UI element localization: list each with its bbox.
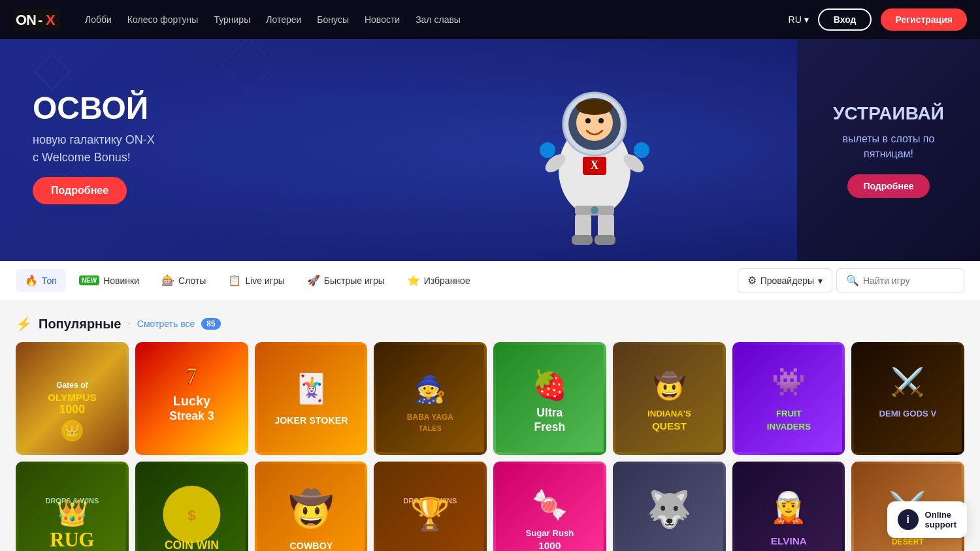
register-button[interactable]: Регистрация bbox=[881, 8, 967, 31]
svg-text:X: X bbox=[591, 159, 599, 172]
online-support-widget[interactable]: i Online support bbox=[887, 501, 967, 538]
svg-text:COIN WIN: COIN WIN bbox=[165, 538, 219, 551]
filter-new[interactable]: NEW Новинки bbox=[70, 270, 148, 291]
svg-rect-49 bbox=[735, 345, 843, 452]
game-card-coin[interactable]: $ COIN WIN bbox=[135, 462, 248, 551]
game-card-drops1[interactable]: DROPS & WINS 👑 RUG bbox=[16, 462, 129, 551]
rocket-icon: 🚀 bbox=[307, 274, 320, 287]
fire-icon: 🔥 bbox=[25, 274, 38, 287]
svg-text:Fresh: Fresh bbox=[534, 420, 565, 433]
nav-lobby[interactable]: Лобби bbox=[85, 14, 112, 25]
support-info-icon: i bbox=[898, 509, 919, 530]
game-card-drops2[interactable]: DROPS & WINS 🏆 bbox=[374, 462, 487, 551]
providers-dropdown[interactable]: ⚙ Провайдеры ▾ bbox=[738, 268, 832, 292]
game-card-sugar[interactable]: 🍬 Sugar Rush 1000 bbox=[493, 462, 606, 551]
game-card-fruit[interactable]: 👾 FRUIT INVADERS bbox=[732, 342, 845, 455]
svg-text:🧝: 🧝 bbox=[770, 490, 808, 526]
star-icon: ⭐ bbox=[407, 274, 420, 287]
svg-text:COWBOY: COWBOY bbox=[289, 540, 333, 550]
header-right: RU ▾ Вход Регистрация bbox=[789, 8, 967, 31]
hero-banner: 7% 10% 20% 5% ОСВОЙ новую галактику ON-X… bbox=[0, 39, 980, 261]
svg-text:ELVINA: ELVINA bbox=[770, 535, 806, 546]
hero-right-title: УСТРАИВАЙ bbox=[833, 102, 944, 125]
game-card-olympus[interactable]: Gates of OLYMPUS 1000 👑 bbox=[16, 342, 129, 455]
svg-text:X: X bbox=[46, 12, 56, 28]
game-card-lucky[interactable]: 7 Lucky Streak 3 bbox=[135, 342, 248, 455]
filter-live-label: Live игры bbox=[245, 276, 284, 286]
svg-rect-53 bbox=[854, 345, 962, 452]
svg-text:DEMI GODS V: DEMI GODS V bbox=[879, 409, 937, 418]
game-card-elvina[interactable]: 🧝 ELVINA bbox=[732, 462, 845, 551]
game-card-demi[interactable]: ⚔️ DEMI GODS V bbox=[851, 342, 964, 455]
nav-lotteries[interactable]: Лотереи bbox=[266, 14, 301, 25]
svg-text:INDIANA'S: INDIANA'S bbox=[647, 409, 691, 418]
svg-text:1000: 1000 bbox=[59, 403, 85, 416]
svg-text:👑: 👑 bbox=[65, 423, 79, 437]
nav-tournaments[interactable]: Турниры bbox=[214, 14, 250, 25]
svg-text:🤠: 🤠 bbox=[653, 371, 686, 401]
providers-icon: ⚙ bbox=[747, 274, 757, 287]
game-search-box[interactable]: 🔍 bbox=[836, 268, 964, 292]
search-input[interactable] bbox=[863, 276, 955, 286]
nav-news[interactable]: Новости bbox=[365, 14, 400, 25]
section-count-badge: 85 bbox=[201, 318, 220, 330]
filter-bar: 🔥 Топ NEW Новинки 🎰 Слоты 📋 Live игры 🚀 … bbox=[0, 261, 980, 300]
search-icon: 🔍 bbox=[846, 274, 859, 287]
popular-section: ⚡ Популярные · Смотреть все 85 bbox=[16, 316, 964, 551]
filter-top[interactable]: 🔥 Топ bbox=[16, 269, 66, 292]
hero-main-panel: ОСВОЙ новую галактику ON-X с Welcome Bon… bbox=[0, 39, 797, 261]
game-card-baba[interactable]: 🧙 BABA YAGA TALES bbox=[374, 342, 487, 455]
svg-text:Ultra: Ultra bbox=[536, 406, 563, 419]
support-label: Online support bbox=[925, 510, 956, 529]
filter-favorites[interactable]: ⭐ Избранное bbox=[398, 269, 480, 292]
svg-text:🧙: 🧙 bbox=[414, 374, 447, 405]
svg-text:OLYMPUS: OLYMPUS bbox=[48, 392, 97, 403]
filter-quick-label: Быстрые игры bbox=[324, 276, 385, 286]
svg-point-9 bbox=[585, 118, 591, 123]
login-button[interactable]: Вход bbox=[818, 8, 872, 31]
svg-point-23 bbox=[591, 206, 598, 214]
filter-slots[interactable]: 🎰 Слоты bbox=[152, 269, 215, 292]
game-card-wolf[interactable]: 🐺 bbox=[613, 462, 726, 551]
games-grid-row2: DROPS & WINS 👑 RUG $ COIN WIN bbox=[16, 462, 964, 551]
main-nav: Лобби Колесо фортуны Турниры Лотереи Бон… bbox=[85, 14, 769, 25]
svg-text:INVADERS: INVADERS bbox=[766, 422, 810, 432]
game-card-indiana[interactable]: 🤠 INDIANA'S QUEST bbox=[613, 342, 726, 455]
filter-favorites-label: Избранное bbox=[424, 276, 470, 286]
filter-live[interactable]: 📋 Live игры bbox=[219, 269, 293, 292]
svg-text:🍬: 🍬 bbox=[532, 488, 568, 522]
svg-point-10 bbox=[598, 118, 604, 123]
hero-title: ОСВОЙ bbox=[33, 91, 155, 126]
filter-new-label: Новинки bbox=[103, 276, 139, 286]
svg-text:1000: 1000 bbox=[538, 539, 561, 550]
providers-chevron-icon: ▾ bbox=[818, 276, 823, 286]
hero-right-more-button[interactable]: Подробнее bbox=[847, 174, 929, 198]
nav-bonuses[interactable]: Бонусы bbox=[317, 14, 349, 25]
svg-text:ON: ON bbox=[16, 12, 36, 28]
svg-text:$: $ bbox=[188, 507, 195, 523]
svg-text:👑: 👑 bbox=[56, 497, 89, 528]
svg-text:JOKER STOKER: JOKER STOKER bbox=[274, 415, 348, 426]
lang-selector[interactable]: RU ▾ bbox=[789, 14, 809, 25]
hero-subtitle: новую галактику ON-X с Welcome Bonus! bbox=[33, 131, 155, 166]
svg-point-8 bbox=[576, 99, 613, 115]
game-card-joker[interactable]: 🃏 JOKER STOKER bbox=[255, 342, 368, 455]
svg-rect-21 bbox=[595, 235, 615, 245]
svg-point-16 bbox=[540, 142, 555, 158]
logo[interactable]: ON - X bbox=[13, 9, 65, 30]
game-card-cowboy[interactable]: 🤠 COWBOY bbox=[255, 462, 368, 551]
svg-text:BABA YAGA: BABA YAGA bbox=[407, 413, 454, 422]
main-content: ⚡ Популярные · Смотреть все 85 bbox=[0, 300, 980, 551]
svg-text:TALES: TALES bbox=[419, 424, 442, 432]
filter-quick[interactable]: 🚀 Быстрые игры bbox=[298, 269, 394, 292]
nav-hall-of-fame[interactable]: Зал славы bbox=[416, 14, 461, 25]
svg-text:👾: 👾 bbox=[772, 366, 806, 398]
nav-fortune-wheel[interactable]: Колесо фортуны bbox=[127, 14, 199, 25]
svg-text:⚔️: ⚔️ bbox=[891, 366, 926, 398]
slots-icon: 🎰 bbox=[161, 274, 174, 287]
new-icon: NEW bbox=[79, 276, 99, 285]
svg-rect-20 bbox=[572, 235, 593, 245]
hero-more-button[interactable]: Подробнее bbox=[33, 177, 127, 204]
game-card-ultra[interactable]: 🍓 Ultra Fresh bbox=[493, 342, 606, 455]
section-view-all-link[interactable]: Смотреть все bbox=[137, 319, 195, 329]
